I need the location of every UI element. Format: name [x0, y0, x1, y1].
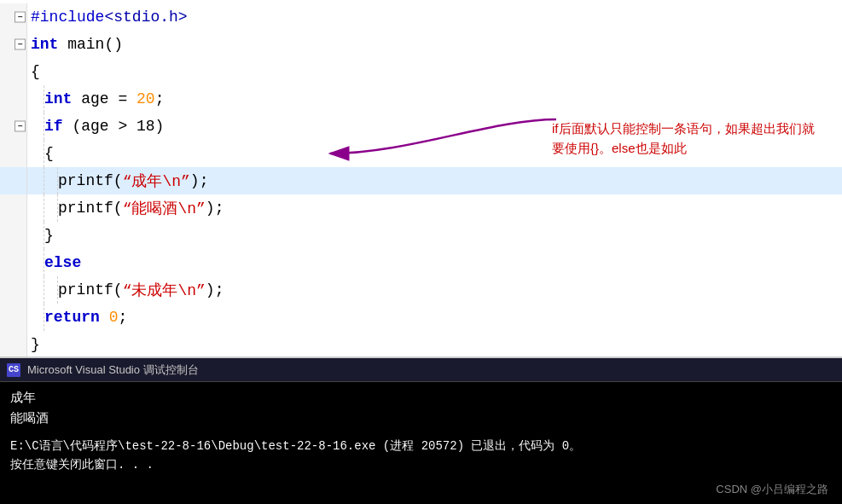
printf-drink-func: printf( [58, 200, 123, 217]
gutter-open-brace-if [0, 140, 27, 167]
include-path: <stdio.h> [104, 9, 187, 26]
code-line-body-else-stmt: else [27, 249, 842, 276]
code-line-body-include: #include<stdio.h> [27, 3, 842, 31]
annotation-arrow [322, 102, 560, 188]
indent1 [31, 85, 44, 113]
terminal-icon: CS [7, 363, 20, 377]
code-line-body-close-brace-if: } [27, 222, 842, 249]
indent2a [31, 167, 44, 194]
if-condition: (age > 18) [72, 118, 164, 135]
indent1c [31, 140, 44, 167]
annotation-text: if后面默认只能控制一条语句，如果超出我们就要使用{}。else也是如此 [552, 119, 816, 158]
else-keyword: else [44, 254, 81, 271]
terminal-title: Microsoft Visual Studio 调试控制台 [27, 362, 199, 378]
code-line-body-return-stmt: return 0; [27, 304, 842, 331]
indent2e [31, 276, 44, 304]
collapse-include-icon[interactable]: − [15, 12, 26, 23]
if-keyword: if [44, 118, 72, 135]
close-brace-main: } [31, 336, 40, 353]
include-keyword: #include [31, 9, 104, 26]
line-close-brace-main: } [0, 331, 842, 358]
return-keyword: return [44, 309, 109, 326]
indent2d [44, 194, 58, 222]
code-line-body-printf-drink: printf(“能喝酒\n”); [27, 194, 842, 222]
terminal-area: CS Microsoft Visual Studio 调试控制台 成年 能喝酒 … [0, 358, 842, 504]
terminal-header: CS Microsoft Visual Studio 调试控制台 [0, 358, 842, 382]
terminal-line-1: 成年 [10, 389, 832, 409]
terminal-line-blank [10, 430, 832, 437]
return-semi: ; [118, 309, 127, 326]
indent2b [44, 167, 58, 194]
gutter-int-age [0, 85, 27, 113]
gutter-printf-drink [0, 194, 27, 222]
gutter-if-stmt: − [0, 113, 27, 140]
return-value: 0 [109, 309, 119, 326]
code-line-body-open-brace-main: { [27, 58, 842, 85]
printf-drink-str: “能喝酒\n” [123, 198, 206, 218]
line-printf-minor: printf(“未成年\n”); [0, 276, 842, 304]
gutter-printf-adult [0, 167, 27, 194]
terminal-footer: CSDN @小吕编程之路 [716, 482, 828, 497]
gutter-close-brace-if [0, 222, 27, 249]
terminal-line-path: E:\C语言\代码程序\test-22-8-16\Debug\test-22-8… [10, 437, 832, 455]
printf-adult-func: printf( [58, 172, 123, 189]
line-printf-drink: printf(“能喝酒\n”); [0, 194, 842, 222]
editor-container: − #include<stdio.h> − int main() { [0, 0, 842, 358]
gutter-else-stmt [0, 249, 27, 276]
terminal-content: 成年 能喝酒 E:\C语言\代码程序\test-22-8-16\Debug\te… [0, 382, 842, 482]
printf-minor-str: “未成年\n” [123, 280, 206, 300]
int-age-keyword: int [44, 90, 81, 107]
close-brace-if: } [44, 227, 54, 244]
indent1b [31, 113, 44, 140]
gutter-close-brace-main [0, 331, 27, 358]
printf-drink-semi: ); [206, 200, 224, 217]
age-value: 20 [136, 90, 155, 107]
indent2f [44, 276, 58, 304]
collapse-if-icon[interactable]: − [15, 121, 26, 132]
gutter-include: − [0, 3, 27, 31]
code-line-body-printf-minor: printf(“未成年\n”); [27, 276, 842, 304]
line-include: − #include<stdio.h> [0, 3, 842, 31]
terminal-line-press: 按任意键关闭此窗口. . . [10, 455, 832, 474]
open-brace-main: { [31, 63, 40, 80]
collapse-main-icon[interactable]: − [15, 39, 26, 50]
terminal-line-2: 能喝酒 [10, 409, 832, 430]
line-open-brace-main: { [0, 58, 842, 85]
printf-adult-str: “成年\n” [123, 171, 190, 191]
open-brace-if: { [44, 145, 54, 162]
age-semi: ; [155, 90, 165, 107]
indent1f [31, 304, 44, 331]
printf-minor-func: printf( [58, 281, 123, 298]
age-var: age = [81, 90, 136, 107]
line-close-brace-if: } [0, 222, 842, 249]
code-line-body-close-brace-main: } [27, 331, 842, 358]
main-func: main() [67, 36, 123, 53]
printf-minor-semi: ); [206, 281, 224, 298]
terminal-icon-text: CS [9, 365, 19, 374]
indent2c [31, 194, 44, 222]
line-main-decl: − int main() [0, 31, 842, 58]
gutter-open-brace-main [0, 58, 27, 85]
line-return-stmt: return 0; [0, 304, 842, 331]
gutter-return-stmt [0, 304, 27, 331]
code-line-body-main: int main() [27, 31, 842, 58]
line-else-stmt: else [0, 249, 842, 276]
gutter-printf-minor [0, 276, 27, 304]
indent1d [31, 222, 44, 249]
int-keyword: int [31, 36, 67, 53]
printf-adult-semi: ); [190, 172, 209, 189]
indent1e [31, 249, 44, 276]
gutter-main: − [0, 31, 27, 58]
